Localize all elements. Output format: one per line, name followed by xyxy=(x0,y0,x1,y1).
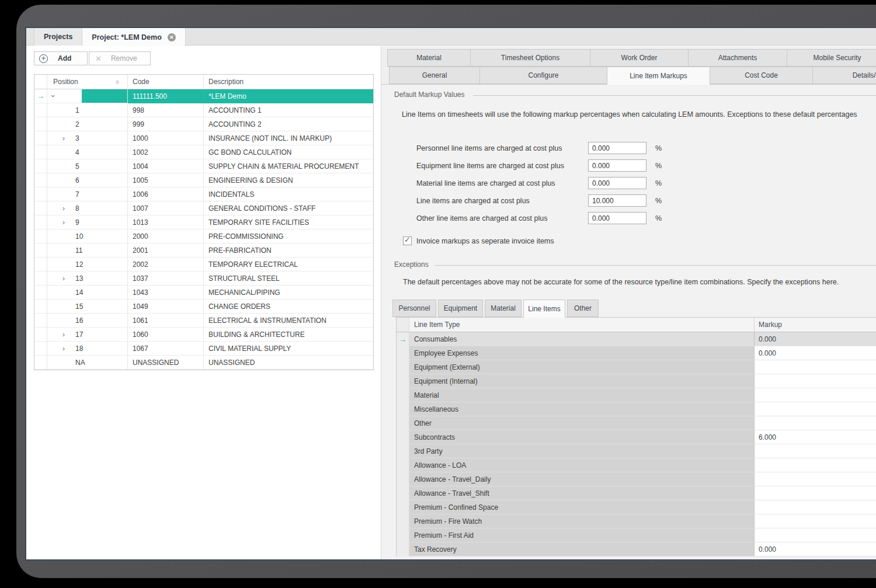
table-row[interactable]: → › › 4 1002 GC BOND CALCULATION xyxy=(34,145,373,159)
exceptions-tab[interactable]: Material xyxy=(485,300,522,317)
table-row[interactable]: → › › 111111.500 *LEM Demo xyxy=(34,89,373,103)
table-row[interactable]: → › › 5 1004 SUPPLY CHAIN & MATERIAL PRO… xyxy=(34,159,373,173)
table-row[interactable]: → Premium - Fire Watch xyxy=(397,514,876,528)
detail-tab[interactable]: General xyxy=(389,67,480,84)
markup-percentage-input[interactable]: 0.000 xyxy=(588,212,646,224)
table-row[interactable]: → › › 2 999 ACCOUNTING 2 xyxy=(34,117,373,131)
detail-tab[interactable]: Mobile Security xyxy=(787,49,876,67)
markup-cell[interactable] xyxy=(755,486,876,500)
table-row[interactable]: → Subcontracts 6.000 xyxy=(397,430,876,444)
markup-cell[interactable]: 0.000 xyxy=(755,332,876,346)
table-row[interactable]: → › › 9 1013 TEMPORARY SITE FACILITIES xyxy=(34,215,373,229)
table-row[interactable]: → › › NA UNASSIGNED UNASSIGNED xyxy=(34,356,373,370)
markup-column-header[interactable]: Markup xyxy=(755,318,876,332)
remove-button[interactable]: ✕ Remove xyxy=(89,51,151,65)
detail-tab[interactable]: Timesheet Options xyxy=(471,49,590,67)
table-row[interactable]: → › › 8 1007 GENERAL CONDITIONS - STAFF xyxy=(34,201,373,215)
markup-cell[interactable] xyxy=(755,500,876,514)
exceptions-tab[interactable]: Other xyxy=(567,300,599,317)
detail-tab[interactable]: Configure xyxy=(480,67,607,84)
table-row[interactable]: → Consumables 0.000 xyxy=(397,332,876,346)
table-row[interactable]: → Allowance - Travel_Daily xyxy=(397,472,876,486)
document-tab[interactable]: Project: *LEM Demo ✕ xyxy=(82,28,185,46)
table-row[interactable]: → Equipment (Internal) xyxy=(397,374,876,388)
table-row[interactable]: → Miscellaneous xyxy=(397,402,876,416)
position-column-header[interactable]: Position ≡ xyxy=(47,75,128,89)
table-row[interactable]: → › › 18 1067 CIVIL MATERIAL SUPPLY xyxy=(34,342,373,356)
document-tab-label: Project: *LEM Demo xyxy=(92,33,161,41)
markup-cell[interactable] xyxy=(755,472,876,486)
table-row[interactable]: → › › 17 1060 BUILDING & ARCHITECTURE xyxy=(34,328,373,342)
markup-cell[interactable] xyxy=(755,388,876,402)
table-row[interactable]: → › › 1 998 ACCOUNTING 1 xyxy=(34,103,373,117)
detail-tab[interactable]: Details/N xyxy=(813,67,876,84)
markup-percentage-input[interactable]: 0.000 xyxy=(588,177,646,189)
expand-icon[interactable]: › xyxy=(62,218,65,227)
markup-cell[interactable] xyxy=(755,528,876,542)
table-row[interactable]: → 3rd Party xyxy=(397,444,876,458)
table-row[interactable]: → › › 12 2002 TEMPORARY ELECTRICAL xyxy=(34,258,373,272)
add-button-label: Add xyxy=(58,54,71,62)
expand-icon[interactable]: › xyxy=(62,204,65,213)
markup-cell[interactable] xyxy=(755,374,876,388)
markup-cell[interactable] xyxy=(755,416,876,430)
tree-header-row: Position ≡ Code Description xyxy=(34,75,373,89)
line-item-type-column-header[interactable]: Line Item Type xyxy=(409,318,755,332)
sort-icon[interactable]: ≡ xyxy=(116,79,119,85)
app-window: Projects ✕ Project: *LEM Demo ✕ + Add ✕ … xyxy=(25,27,876,561)
document-tab[interactable]: Projects ✕ xyxy=(34,28,82,46)
table-row[interactable]: → Allowance - LOA xyxy=(397,458,876,472)
add-button[interactable]: + Add xyxy=(34,51,88,65)
detail-tab[interactable]: Cost Code xyxy=(710,67,813,84)
markup-cell[interactable]: 0.000 xyxy=(755,542,876,556)
table-row[interactable]: → Equipment (External) xyxy=(397,360,876,374)
expand-icon[interactable]: › xyxy=(62,345,65,353)
table-row[interactable]: → › › 13 1037 STRUCTURAL STEEL xyxy=(34,272,373,286)
detail-tab[interactable]: Material xyxy=(387,49,471,67)
exceptions-tab[interactable]: Line Items xyxy=(523,300,565,318)
table-row[interactable]: → › › 3 1000 INSURANCE (NOT INCL. IN MAR… xyxy=(34,131,373,145)
table-row[interactable]: → › › 16 1061 ELECTRICAL & INSTRUMENTATI… xyxy=(34,314,373,328)
markup-percentage-input[interactable]: 0.000 xyxy=(588,142,646,154)
markup-percentage-input[interactable]: 0.000 xyxy=(588,159,646,172)
table-row[interactable]: → › › 14 1043 MECHANICAL/PIPING xyxy=(34,286,373,300)
table-row[interactable]: → Employee Expenses 0.000 xyxy=(397,346,876,360)
table-row[interactable]: → Other xyxy=(397,416,876,430)
position-cell: › › 10 xyxy=(47,229,128,243)
table-row[interactable]: → Allowance - Travel_Shift xyxy=(397,486,876,500)
collapse-icon[interactable]: › xyxy=(49,95,58,97)
table-row[interactable]: → Material xyxy=(397,388,876,402)
table-row[interactable]: → › › 10 2000 PRE-COMMISSIONING xyxy=(34,229,373,243)
code-column-header[interactable]: Code xyxy=(128,75,204,89)
exceptions-tab[interactable]: Personnel xyxy=(392,300,436,317)
table-row[interactable]: → › › 6 1005 ENGINEERING & DESIGN xyxy=(34,173,373,187)
table-row[interactable]: → Premium - First Aid xyxy=(397,528,876,542)
markup-cell[interactable] xyxy=(755,458,876,472)
exceptions-tab[interactable]: Equipment xyxy=(438,300,483,317)
table-row[interactable]: → Tax Recovery 0.000 xyxy=(397,542,876,556)
markup-cell[interactable] xyxy=(755,402,876,416)
markup-cell[interactable] xyxy=(755,514,876,528)
close-icon[interactable]: ✕ xyxy=(168,33,176,41)
markup-cell[interactable] xyxy=(755,444,876,458)
markup-cell[interactable]: 6.000 xyxy=(755,430,876,444)
table-row[interactable]: → › › 7 1006 INCIDENTALS xyxy=(34,187,373,201)
expand-icon[interactable]: › xyxy=(62,134,65,142)
detail-tab-label: Details/N xyxy=(853,71,876,79)
table-row[interactable]: → › › 15 1049 CHANGE ORDERS xyxy=(34,300,373,314)
table-row[interactable]: → › › 11 2001 PRE-FABRICATION xyxy=(34,243,373,258)
description-cell: SUPPLY CHAIN & MATERIAL PROCUREMENT xyxy=(204,159,373,173)
markup-cell[interactable] xyxy=(755,360,876,374)
detail-tab[interactable]: Work Order xyxy=(590,49,689,67)
table-row[interactable]: → Premium - Confined Space xyxy=(397,500,876,514)
detail-tab[interactable]: Line Item Markups xyxy=(607,67,710,85)
markup-cell[interactable]: 0.000 xyxy=(755,346,876,360)
description-column-header[interactable]: Description xyxy=(204,75,373,89)
detail-tab[interactable]: Attachments xyxy=(689,49,787,67)
markup-percentage-input[interactable]: 10.000 xyxy=(588,194,646,207)
expand-icon[interactable]: › xyxy=(62,330,65,339)
expand-icon[interactable]: › xyxy=(62,274,65,283)
invoice-markups-checkbox[interactable]: ✓ xyxy=(403,236,412,245)
position-value: 15 xyxy=(75,302,83,311)
position-cell: › › 14 xyxy=(47,286,128,300)
